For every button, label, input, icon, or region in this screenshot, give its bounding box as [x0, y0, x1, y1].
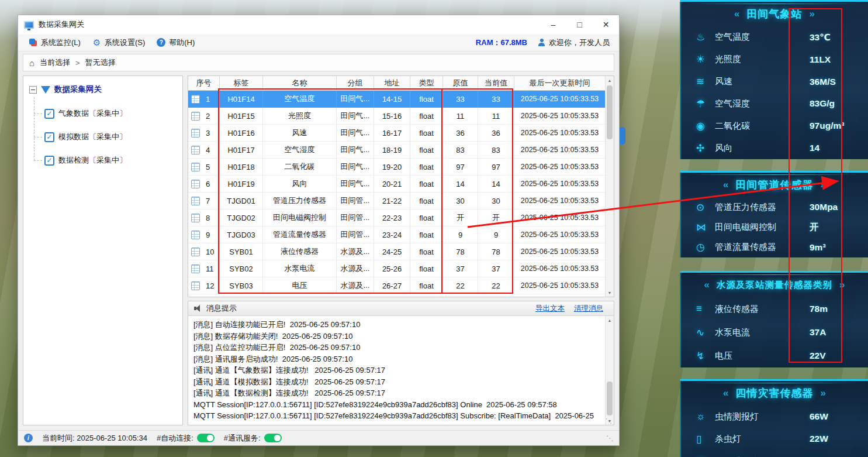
table-row[interactable]: 12SYB03电压水源及...26-27float22222025-06-25 … — [188, 277, 605, 294]
sensor-value: 开 — [810, 221, 861, 233]
tree-item[interactable]: ✓模拟数据〔采集中〕 — [34, 125, 178, 149]
wind-direction-icon: ✣ — [696, 142, 713, 154]
table-cell: 水源及... — [337, 277, 374, 294]
table-cell: 22-23 — [374, 209, 410, 226]
temperature-icon: ♨ — [696, 31, 713, 43]
table-cell: 14-15 — [374, 91, 410, 108]
row-type-icon — [191, 231, 200, 239]
column-header[interactable]: 最后一次更新时间 — [514, 76, 605, 91]
table-header-row: 序号标签名称分组地址类型原值当前值最后一次更新时间 — [188, 76, 605, 91]
flow-meter-icon: ◷ — [696, 241, 713, 253]
column-header[interactable]: 分组 — [337, 76, 374, 91]
table-cell: 30 — [478, 193, 514, 209]
table-cell: 风速 — [263, 125, 337, 142]
table-row[interactable]: 5H01F18二氧化碳田间气...19-20float97972025-06-2… — [188, 159, 605, 176]
column-header[interactable]: 原值 — [443, 76, 478, 91]
message-scrollbar[interactable]: ▲ ▼ — [605, 316, 614, 425]
window-title: 数据采集网关 — [39, 19, 84, 30]
table-cell: 田间管... — [337, 193, 374, 209]
table-cell: 36 — [443, 125, 478, 142]
scroll-down-icon[interactable]: ▼ — [606, 288, 614, 297]
message-line: [通讯] 通道【气象数据】连接成功! 2025-06-25 09:57:17 — [193, 365, 600, 376]
chevron-right-icon: » — [821, 179, 826, 191]
sensor-row: ≡液位传感器78m — [681, 297, 868, 321]
humidity-icon: ☂ — [696, 98, 713, 110]
tree-item[interactable]: ✓数据检测〔采集中〕 — [34, 149, 178, 172]
clear-messages-link[interactable]: 清理消息 — [574, 304, 603, 314]
table-cell: 2025-06-25 10:05:33.53 — [514, 260, 605, 277]
tree-item[interactable]: ✓气象数据〔采集中〕 — [34, 102, 178, 125]
chevron-left-icon: « — [704, 279, 710, 291]
table-cell: 田间管... — [337, 209, 374, 226]
row-type-icon — [191, 264, 200, 273]
help-icon — [157, 38, 165, 47]
menu-item-label: 系统监控(L) — [41, 37, 81, 48]
table-cell: float — [410, 108, 443, 125]
sensor-row: ⊙管道压力传感器30Mpa — [681, 197, 868, 217]
table-row[interactable]: 7TJGD01管道压力传感器田间管...21-22float30302025-0… — [188, 193, 605, 209]
breadcrumb: ⌂ 当前选择 > 暂无选择 — [23, 54, 614, 71]
table-row[interactable]: 10SYB01液位传感器水源及...24-25float78782025-06-… — [188, 243, 605, 260]
sensor-value: 37A — [810, 327, 861, 338]
table-cell: H01F18 — [220, 159, 263, 176]
table-row-partial[interactable] — [188, 294, 605, 297]
table-row[interactable]: 11SYB02水泵电流水源及...25-26float37372025-06-2… — [188, 260, 605, 277]
auto-connect-label: #自动连接: — [157, 433, 193, 444]
column-header[interactable]: 当前值 — [478, 76, 514, 91]
table-cell: 22 — [478, 277, 514, 294]
table-cell: H01F14 — [220, 91, 263, 108]
table-cell: 22 — [443, 277, 478, 294]
comm-service-toggle[interactable] — [264, 434, 282, 442]
scrollbar-thumb[interactable] — [607, 85, 613, 139]
table-cell: 开 — [443, 209, 478, 226]
table-row[interactable]: 4H01F17空气湿度田间气...18-19float83832025-06-2… — [188, 142, 605, 159]
table-cell: 2025-06-25 10:05:33.53 — [514, 243, 605, 260]
sensor-value: 36M/S — [810, 77, 861, 87]
minimize-button[interactable]: – — [540, 15, 566, 34]
side-panel-handle[interactable] — [620, 127, 625, 145]
column-header[interactable]: 序号 — [188, 76, 220, 91]
checkbox-icon: ✓ — [44, 132, 54, 142]
table-scrollbar[interactable]: ▲ ▼ — [605, 76, 614, 297]
resize-grip[interactable]: ⋱ — [606, 417, 612, 425]
column-header[interactable]: 地址 — [374, 76, 410, 91]
table-row[interactable]: 2H01F15光照度田间气...15-16float11112025-06-25… — [188, 108, 605, 125]
collapse-icon[interactable] — [29, 86, 37, 94]
panel-title-row: «田间管道传感器» — [681, 173, 868, 197]
table-cell: 83 — [478, 142, 514, 159]
tree-root-node[interactable]: 数据采集网关 — [28, 83, 178, 102]
table-cell: 11 — [443, 108, 478, 125]
scrollbar-thumb[interactable] — [607, 382, 613, 415]
menu-item[interactable]: 系统设置(S) — [87, 34, 151, 51]
resize-grip[interactable]: ⋱ — [606, 434, 613, 442]
table-row[interactable]: 6H01F19风向田间气...20-21float14142025-06-25 … — [188, 176, 605, 193]
table-cell: 电压 — [263, 277, 337, 294]
table-cell: 11 — [188, 260, 220, 277]
maximize-button[interactable]: □ — [566, 15, 593, 34]
scroll-up-icon[interactable]: ▲ — [606, 316, 614, 324]
sensor-label: 电压 — [715, 351, 732, 362]
column-header[interactable]: 类型 — [410, 76, 443, 91]
title-bar[interactable]: 数据采集网关 – □ ✕ — [18, 15, 619, 34]
export-text-link[interactable]: 导出文本 — [535, 304, 565, 314]
table-cell: float — [410, 125, 443, 142]
menu-item[interactable]: 帮助(H) — [151, 34, 200, 51]
column-header[interactable]: 名称 — [263, 76, 337, 91]
table-cell: float — [410, 159, 443, 176]
table-row[interactable]: 8TJGD02田间电磁阀控制田间管...22-23float开开2025-06-… — [188, 209, 605, 226]
auto-connect-toggle[interactable] — [197, 434, 215, 442]
table-row[interactable]: 1H01F14空气温度田间气...14-15float33332025-06-2… — [188, 91, 605, 108]
menu-item[interactable]: 系统监控(L) — [23, 34, 87, 51]
table-row[interactable]: 9TJGD03管道流量传感器田间管...23-24float992025-06-… — [188, 226, 605, 243]
table-cell: 97 — [478, 159, 514, 176]
row-type-icon — [191, 129, 200, 138]
table-cell: 2025-06-25 10:05:33.53 — [514, 125, 605, 142]
scroll-up-icon[interactable]: ▲ — [606, 76, 614, 84]
column-header[interactable]: 标签 — [220, 76, 263, 91]
table-row[interactable]: 3H01F16风速田间气...16-17float36362025-06-25 … — [188, 125, 605, 142]
home-icon[interactable]: ⌂ — [29, 58, 34, 68]
sensor-row: ◷管道流量传感器9m³ — [681, 238, 868, 257]
table-cell: 14 — [443, 176, 478, 193]
table-cell: 25-26 — [374, 260, 410, 277]
close-button[interactable]: ✕ — [593, 15, 619, 34]
